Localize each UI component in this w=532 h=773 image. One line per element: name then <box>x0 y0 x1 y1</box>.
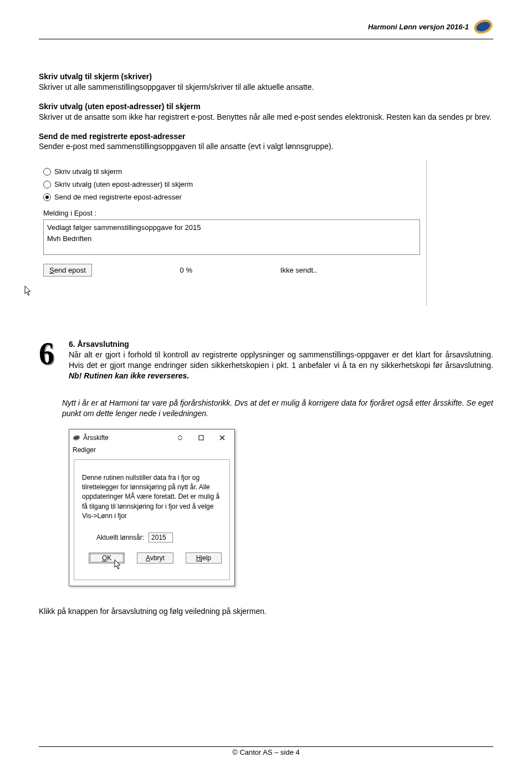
send-label-rest: end epost <box>54 266 86 274</box>
section-6-heading: 6. Årsavslutning <box>69 340 129 349</box>
section-2-heading: Skriv utvalg (uten epost-adresser) til s… <box>39 102 201 111</box>
email-options-dialog: Skriv utvalg til skjerm Skriv utvalg (ut… <box>39 161 427 306</box>
dialog-menubar[interactable]: Rediger <box>69 445 234 456</box>
radio-3-label: Send de med registrerte epost-adresser <box>54 193 182 201</box>
page-footer: © Cantor AS – side 4 <box>39 746 493 756</box>
document-header: Harmoni Lønn versjon 2016-1 <box>39 17 493 37</box>
section-1-body: Skriver ut alle sammenstillingsoppgaver … <box>39 83 314 91</box>
section-1-heading: Skriv utvalg til skjerm (skriver) <box>39 72 152 81</box>
radio-option-3[interactable]: Send de med registrerte epost-adresser <box>43 191 426 203</box>
section-2: Skriv utvalg (uten epost-adresser) til s… <box>39 101 493 122</box>
section-6-body1: Når alt er gjort i forhold til kontroll … <box>69 350 493 370</box>
cursor-icon <box>114 559 122 570</box>
send-status: Ikke sendt.. <box>280 266 317 274</box>
year-input[interactable]: 2015 <box>149 533 173 542</box>
year-change-dialog: Årsskifte Rediger Denne rutinen nullstil… <box>69 429 235 586</box>
footer-text: © Cantor AS – side 4 <box>232 748 300 756</box>
radio-icon-selected <box>43 193 51 201</box>
textarea-line-1: Vedlagt følger sammenstillingsoppgave fo… <box>47 222 416 233</box>
radio-icon <box>43 168 51 176</box>
year-label: Aktuellt lønnsår: <box>96 534 144 541</box>
maximize-button[interactable] <box>191 432 211 444</box>
cursor-icon <box>24 285 32 296</box>
section-3: Send de med registrerte epost-adresser S… <box>39 131 493 152</box>
section-1: Skriv utvalg til skjerm (skriver) Skrive… <box>39 71 493 93</box>
menu-rediger[interactable]: Rediger <box>73 446 96 454</box>
svg-rect-4 <box>199 436 203 440</box>
help-button[interactable]: Hjelp <box>186 552 222 564</box>
section-6-body2: Nytt i år er at Harmoni tar vare på fjor… <box>62 398 493 419</box>
cancel-button[interactable]: Avbryt <box>137 552 173 564</box>
radio-1-label: Skriv utvalg til skjerm <box>54 167 122 176</box>
email-message-label: Melding i Epost : <box>43 209 426 217</box>
radio-option-2[interactable]: Skriv utvalg (uten epost-adresser) til s… <box>43 178 426 191</box>
dialog-titlebar: Årsskifte <box>69 429 234 445</box>
textarea-line-2: Mvh Bedriften <box>47 233 416 244</box>
dialog-body-text: Denne rutinen nullstiller data fra i fjo… <box>82 473 222 521</box>
dialog-title: Årsskifte <box>83 434 109 442</box>
final-instruction: Klikk på knappen for årsavslutning og fø… <box>39 606 493 617</box>
email-message-textarea[interactable]: Vedlagt følger sammenstillingsoppgave fo… <box>43 219 420 255</box>
section-6-nb: Nb! Rutinen kan ikke reverseres. <box>69 371 189 380</box>
logo-icon <box>473 17 493 37</box>
section-6-para: 6. Årsavslutning Når alt er gjort i forh… <box>69 339 493 381</box>
radio-icon <box>43 181 51 188</box>
header-title: Harmoni Lønn versjon 2016-1 <box>368 23 469 31</box>
radio-option-1[interactable]: Skriv utvalg til skjerm <box>43 165 426 178</box>
progress-text: 0 % <box>114 266 258 274</box>
section-2-body: Skriver ut de ansatte som ikke har regis… <box>39 112 492 121</box>
section-3-heading: Send de med registrerte epost-adresser <box>39 132 186 141</box>
close-button[interactable] <box>212 432 232 444</box>
app-icon <box>73 434 80 442</box>
send-email-button[interactable]: Send epost <box>43 264 92 277</box>
section-number-6: 6 <box>39 338 62 369</box>
section-3-body: Sender e-post med sammenstillingsoppgave… <box>39 142 334 151</box>
restore-button[interactable] <box>170 432 190 444</box>
radio-2-label: Skriv utvalg (uten epost-adresser) til s… <box>54 180 193 188</box>
